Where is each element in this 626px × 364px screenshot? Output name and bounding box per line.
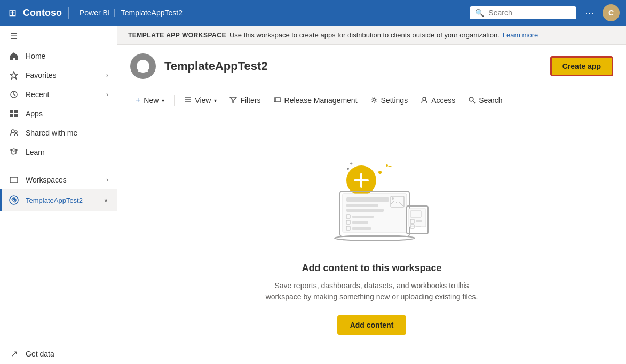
get-data-icon: ↗	[9, 349, 19, 359]
new-button[interactable]: + New ▾	[130, 92, 170, 108]
release-icon	[274, 96, 281, 105]
svg-rect-52	[416, 226, 421, 227]
sidebar-item-learn[interactable]: Learn	[0, 143, 117, 162]
svg-point-9	[10, 196, 18, 204]
svg-line-23	[473, 101, 475, 103]
sidebar-item-get-data[interactable]: ↗ Get data	[0, 343, 117, 364]
apps-icon	[9, 109, 19, 118]
more-options-button[interactable]: ···	[581, 5, 598, 21]
svg-rect-18	[274, 98, 281, 102]
sidebar-item-workspaces[interactable]: Workspaces ›	[0, 170, 117, 189]
svg-point-6	[11, 130, 14, 133]
empty-state-description: Save reports, dashboards, datasets, and …	[265, 280, 479, 303]
add-content-button[interactable]: Add content	[337, 315, 407, 335]
svg-rect-51	[416, 220, 422, 222]
svg-point-22	[469, 97, 473, 101]
empty-state-title: Add content to this workspace	[302, 263, 441, 274]
empty-state: + +	[117, 113, 626, 364]
toolbar: + New ▾ View ▾ Filters	[117, 88, 626, 113]
svg-rect-2	[10, 110, 13, 113]
sidebar-item-templateapptest2[interactable]: TemplateAppTest2 ∨	[0, 189, 117, 211]
sidebar-item-apps[interactable]: Apps	[0, 104, 117, 123]
home-icon	[9, 52, 19, 60]
svg-rect-42	[352, 227, 371, 230]
layout: ☰ Home Favorites › Recent ›	[0, 0, 626, 364]
banner-title: TEMPLATE APP WORKSPACE	[128, 31, 226, 39]
sidebar-toggle[interactable]: ☰	[0, 26, 117, 46]
learn-icon	[9, 148, 19, 156]
sidebar-label-get-data: Get data	[26, 350, 54, 358]
release-button[interactable]: Release Management	[268, 93, 363, 108]
search-button[interactable]: Search	[463, 93, 508, 108]
search-icon: 🔍	[475, 9, 484, 17]
settings-button[interactable]: Settings	[365, 93, 414, 108]
brand-logo: Contoso	[23, 7, 69, 19]
access-label: Access	[431, 96, 455, 105]
view-button[interactable]: View ▾	[179, 93, 222, 108]
workspace-avatar	[130, 53, 156, 79]
filters-label: Filters	[240, 96, 260, 105]
svg-rect-40	[352, 216, 374, 218]
app-name: Power BI	[75, 9, 115, 17]
header-search-box[interactable]: 🔍	[470, 6, 576, 19]
chevron-right-icon: ›	[106, 91, 108, 98]
search-icon	[468, 96, 476, 105]
main-content: TEMPLATE APP WORKSPACE Use this workspac…	[117, 26, 626, 364]
settings-icon	[370, 96, 378, 105]
separator-1	[174, 95, 175, 106]
sidebar-item-favorites[interactable]: Favorites ›	[0, 66, 117, 85]
sidebar-item-shared[interactable]: Shared with me	[0, 123, 117, 143]
chevron-down-icon: ∨	[104, 196, 108, 204]
sidebar-label-favorites: Favorites	[26, 71, 57, 80]
chevron-right-icon: ›	[106, 176, 108, 184]
chevron-down-icon: ▾	[214, 98, 217, 104]
svg-rect-36	[346, 209, 384, 212]
svg-rect-4	[10, 114, 13, 117]
sidebar-label-recent: Recent	[26, 90, 49, 99]
empty-illustration: + +	[308, 143, 436, 250]
svg-marker-0	[10, 72, 18, 79]
top-header: ⊞ Contoso Power BI TemplateAppTest2 🔍 ··…	[0, 0, 626, 26]
svg-marker-17	[230, 97, 236, 102]
create-app-button[interactable]: Create app	[550, 56, 613, 76]
svg-point-7	[15, 131, 17, 133]
sidebar-item-home[interactable]: Home	[0, 46, 117, 66]
svg-point-27	[378, 171, 382, 174]
recent-icon	[9, 90, 19, 99]
filter-icon	[229, 96, 237, 105]
favorites-icon	[9, 71, 19, 80]
template-banner: TEMPLATE APP WORKSPACE Use this workspac…	[117, 26, 626, 45]
filters-button[interactable]: Filters	[224, 93, 266, 108]
workspace-title: TemplateAppTest2	[164, 59, 268, 73]
release-label: Release Management	[284, 96, 358, 105]
svg-rect-5	[14, 114, 18, 117]
sidebar-item-recent[interactable]: Recent ›	[0, 85, 117, 104]
access-button[interactable]: Access	[415, 93, 461, 108]
new-label: New	[144, 96, 159, 105]
workspace-area: TemplateAppTest2 Create app + New ▾ View…	[117, 45, 626, 364]
svg-point-45	[392, 197, 394, 200]
svg-point-13	[145, 64, 148, 67]
sidebar-label-home: Home	[26, 52, 45, 60]
svg-rect-41	[352, 221, 368, 224]
sidebar-label-active-workspace: TemplateAppTest2	[26, 196, 83, 204]
view-icon	[184, 96, 192, 105]
menu-icon: ☰	[9, 31, 19, 41]
workspaces-icon	[9, 176, 19, 184]
svg-text:+: +	[350, 161, 353, 167]
workspace-header: TemplateAppTest2 Create app	[117, 45, 626, 88]
svg-point-21	[423, 97, 426, 100]
svg-point-20	[373, 98, 375, 101]
header-workspace-name: TemplateAppTest2	[121, 9, 183, 17]
search-input[interactable]	[488, 9, 571, 17]
banner-description: Use this workspace to create apps for di…	[229, 31, 500, 39]
sidebar-label-workspaces: Workspaces	[26, 176, 67, 184]
grid-icon[interactable]: ⊞	[6, 5, 19, 21]
settings-label: Settings	[381, 96, 408, 105]
learn-more-link[interactable]: Learn more	[503, 31, 538, 39]
view-label: View	[195, 96, 211, 105]
brand-name: Contoso	[23, 7, 62, 19]
avatar[interactable]: C	[603, 4, 620, 21]
svg-rect-35	[346, 204, 378, 207]
plus-icon: +	[136, 96, 140, 105]
